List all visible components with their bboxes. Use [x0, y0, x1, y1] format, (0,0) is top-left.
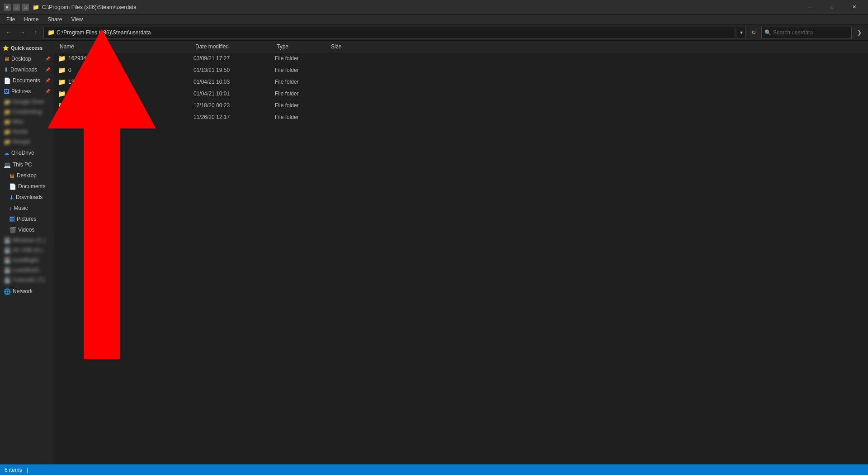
- drive-blurred-icon-3: 💾: [4, 257, 11, 264]
- file-cell-type-3: File folder: [275, 90, 329, 97]
- column-headers: Name Date modified Type Size: [54, 41, 868, 52]
- address-path: C:\Program Files (x86)\Steam\userdata: [57, 29, 151, 36]
- sidebar-item-blurred-2[interactable]: 📁 Creativebug: [0, 107, 54, 117]
- menu-file[interactable]: File: [2, 15, 19, 24]
- folder-icon-4: 📁: [58, 102, 66, 109]
- up-button[interactable]: ↑: [30, 27, 42, 38]
- file-cell-type-1: File folder: [275, 67, 329, 73]
- sidebar-drive-blurred-5[interactable]: 💾 Turboo81 (T:): [0, 275, 54, 285]
- sidebar-item-blurred-5[interactable]: 📁 Nougat: [0, 137, 54, 147]
- sidebar-item-documents-pc[interactable]: 📄 Documents: [0, 181, 54, 192]
- file-cell-date-1: 01/13/21 19:50: [193, 67, 275, 73]
- sidebar-drive-blurred-4[interactable]: 💾 LouisBlu81: [0, 265, 54, 275]
- col-header-size[interactable]: Size: [329, 41, 374, 52]
- drive-blurred-icon-2: 💾: [4, 247, 11, 254]
- address-bar: ← → ↑ 📁 C:\Program Files (x86)\Steam\use…: [0, 24, 868, 41]
- col-header-name[interactable]: Name: [58, 41, 193, 52]
- maximize-button[interactable]: □: [822, 0, 843, 14]
- pin-icon-2: 📌: [45, 67, 50, 72]
- sidebar: ⭐ Quick access 🖥 Desktop 📌 ⬇ Downloads 📌…: [0, 41, 54, 464]
- app-icon-2: □: [13, 4, 20, 11]
- window-controls: — □ ✕: [800, 0, 864, 14]
- sidebar-item-blurred-4[interactable]: 📁 Nuclia: [0, 127, 54, 137]
- file-cell-name-3: 📁 3...: [58, 90, 193, 97]
- menu-view[interactable]: View: [66, 15, 87, 24]
- main-layout: ⭐ Quick access 🖥 Desktop 📌 ⬇ Downloads 📌…: [0, 41, 868, 464]
- sidebar-item-blurred-1[interactable]: 📁 Google Drive: [0, 97, 54, 107]
- search-box[interactable]: 🔍 Search userdata: [761, 27, 852, 38]
- folder-icon-0: 📁: [58, 55, 66, 62]
- downloads-pc-icon: ⬇: [9, 194, 14, 201]
- address-folder-icon: 📁: [47, 29, 55, 36]
- sidebar-item-videos-pc[interactable]: 🎬 Videos: [0, 224, 54, 235]
- file-cell-name-0: 📁 162934955: [58, 55, 193, 62]
- documents-qa-icon: 📄: [4, 77, 11, 84]
- documents-pc-icon: 📄: [9, 183, 16, 190]
- desktop-qa-icon: 🖥: [4, 56, 9, 62]
- music-pc-icon: ♪: [9, 205, 12, 212]
- sidebar-item-music-pc[interactable]: ♪ Music: [0, 203, 54, 214]
- file-row-0[interactable]: 📁 162934955 03/09/21 17:27 File folder: [54, 52, 868, 64]
- status-item-count: 6 items: [5, 467, 22, 473]
- folder-icon-2: 📁: [58, 78, 66, 86]
- title-bar-icons: ■ □ □: [4, 4, 29, 11]
- file-cell-type-2: File folder: [275, 79, 329, 85]
- file-row-2[interactable]: 📁 136... 01/04/21 10:03 File folder: [54, 76, 868, 88]
- file-cell-type-5: File folder: [275, 114, 329, 120]
- file-row-4[interactable]: 📁 ... 12/18/20 00:23 File folder: [54, 100, 868, 111]
- forward-button[interactable]: →: [16, 27, 28, 38]
- drive-blurred-icon-4: 💾: [4, 267, 11, 274]
- quick-access-section: ⭐ Quick access 🖥 Desktop 📌 ⬇ Downloads 📌…: [0, 43, 54, 147]
- pictures-pc-icon: 🖼: [9, 216, 15, 223]
- col-header-type[interactable]: Type: [275, 41, 329, 52]
- sidebar-item-onedrive[interactable]: ☁ OneDrive: [0, 147, 54, 158]
- file-row-1[interactable]: 📁 0 01/13/21 19:50 File folder: [54, 64, 868, 76]
- blurred-icon-2: 📁: [4, 109, 11, 115]
- sidebar-item-pictures-pc[interactable]: 🖼 Pictures: [0, 214, 54, 224]
- network-section: 🌐 Network: [0, 286, 54, 297]
- file-row-5[interactable]: 📁 ... 11/26/20 12:17 File folder: [54, 111, 868, 123]
- sidebar-item-blurred-3[interactable]: 📁 Misc: [0, 117, 54, 127]
- sidebar-item-desktop-qa[interactable]: 🖥 Desktop 📌: [0, 53, 54, 64]
- sidebar-item-thispc[interactable]: 💻 This PC: [0, 159, 54, 170]
- search-icon: 🔍: [764, 29, 771, 36]
- menu-share[interactable]: Share: [43, 15, 66, 24]
- desktop-pc-icon: 🖥: [9, 172, 15, 179]
- network-icon: 🌐: [4, 288, 11, 295]
- file-cell-date-5: 11/26/20 12:17: [193, 114, 275, 120]
- drive-blurred-icon-5: 💾: [4, 277, 11, 284]
- pin-icon-4: 📌: [45, 89, 50, 94]
- sidebar-drive-blurred-1[interactable]: 💾 Windows (C:): [0, 235, 54, 245]
- refresh-button[interactable]: ↻: [748, 27, 760, 38]
- back-button[interactable]: ←: [3, 27, 14, 38]
- close-button[interactable]: ✕: [844, 0, 864, 14]
- sidebar-drive-blurred-2[interactable]: 💾 Air USB (G:): [0, 245, 54, 255]
- address-input[interactable]: 📁 C:\Program Files (x86)\Steam\userdata: [43, 27, 735, 38]
- sidebar-item-network[interactable]: 🌐 Network: [0, 286, 54, 297]
- app-icon-1: ■: [4, 4, 11, 11]
- sidebar-item-desktop-pc[interactable]: 🖥 Desktop: [0, 170, 54, 181]
- drive-blurred-icon-1: 💾: [4, 237, 11, 244]
- file-row-3[interactable]: 📁 3... 01/04/21 10:01 File folder: [54, 88, 868, 100]
- file-cell-type-4: File folder: [275, 102, 329, 109]
- pin-icon: 📌: [45, 57, 50, 61]
- folder-icon-5: 📁: [58, 114, 66, 121]
- file-cell-name-2: 📁 136...: [58, 78, 193, 86]
- title-bar: ■ □ □ 📁 C:\Program Files (x86)\Steam\use…: [0, 0, 868, 14]
- minimize-button[interactable]: —: [800, 0, 821, 14]
- quick-access-header: ⭐ Quick access: [0, 43, 54, 53]
- expand-button[interactable]: ❯: [854, 27, 865, 38]
- sidebar-item-downloads-qa[interactable]: ⬇ Downloads 📌: [0, 64, 54, 75]
- col-header-date[interactable]: Date modified: [193, 41, 275, 52]
- menu-home[interactable]: Home: [19, 15, 43, 24]
- address-chevron[interactable]: ▾: [737, 27, 746, 38]
- sidebar-item-documents-qa[interactable]: 📄 Documents 📌: [0, 75, 54, 86]
- menu-bar: File Home Share View: [0, 14, 868, 24]
- sidebar-item-downloads-pc[interactable]: ⬇ Downloads: [0, 192, 54, 203]
- videos-pc-icon: 🎬: [9, 227, 16, 233]
- sidebar-drive-blurred-3[interactable]: 💾 AutoBkg81: [0, 255, 54, 265]
- content-area: Name Date modified Type Size 📁 162934955…: [54, 41, 868, 464]
- file-cell-date-2: 01/04/21 10:03: [193, 79, 275, 85]
- sidebar-item-pictures-qa[interactable]: 🖼 Pictures 📌: [0, 86, 54, 97]
- folder-icon-1: 📁: [58, 66, 66, 74]
